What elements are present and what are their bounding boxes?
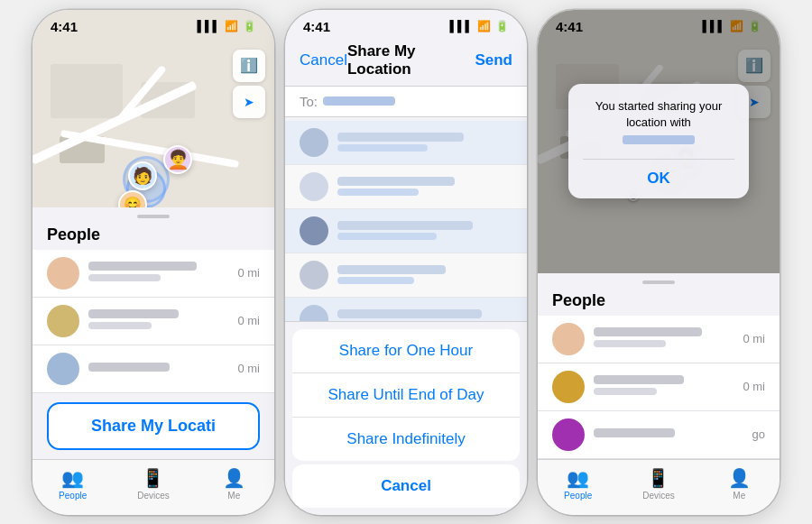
- sheet-title-2: Share My Location: [347, 42, 475, 78]
- tab-label-devices-3: Devices: [642, 491, 675, 501]
- panel-title-1: People: [32, 225, 274, 250]
- tab-devices-3[interactable]: 📱 Devices: [618, 467, 698, 501]
- person-sub-3b: [594, 388, 657, 395]
- location-button-1[interactable]: ➤: [233, 86, 265, 118]
- person-row-3b[interactable]: 0 mi: [538, 363, 780, 411]
- devices-icon-3: 📱: [647, 467, 669, 489]
- person-info-1b: [88, 309, 228, 333]
- signal-icon-1: ▌▌▌: [197, 20, 220, 32]
- share-end-of-day-button[interactable]: Share Until End of Day: [292, 373, 520, 418]
- to-row-2[interactable]: To:: [285, 87, 527, 117]
- people-icon-1: 👥: [61, 467, 84, 489]
- tab-devices-1[interactable]: 📱 Devices: [113, 467, 193, 501]
- person-dist-3b: 0 mi: [743, 380, 765, 393]
- person-info-3c: [594, 428, 743, 441]
- action-group-2: Share for One Hour Share Until End of Da…: [292, 329, 520, 461]
- person-avatar-3b: [552, 371, 585, 403]
- tab-label-devices-1: Devices: [137, 491, 170, 501]
- person-row-3c[interactable]: go: [538, 411, 780, 459]
- to-label-2: To:: [300, 94, 318, 109]
- action-cancel-button[interactable]: Cancel: [292, 464, 520, 508]
- alert-overlay: You started sharing your location with O…: [538, 10, 780, 273]
- contact-name-2e: [337, 309, 482, 318]
- person-info-1a: [88, 262, 228, 285]
- send-button-2[interactable]: Send: [475, 51, 512, 69]
- wifi-icon-1: 📶: [225, 20, 238, 32]
- contact-row-1[interactable]: [285, 121, 527, 165]
- person-row-1[interactable]: 0 mi: [32, 250, 274, 298]
- person-sub-3a: [594, 340, 666, 347]
- alert-text: You started sharing your location with: [583, 98, 734, 159]
- contact-info-2c: [337, 221, 512, 240]
- contact-name-2c: [337, 221, 473, 230]
- contact-name-2a: [337, 133, 464, 142]
- map-buttons-1[interactable]: ℹ️ ➤: [233, 50, 265, 118]
- time-2: 4:41: [303, 19, 330, 34]
- contact-row-3[interactable]: [285, 209, 527, 253]
- person-info-3b: [594, 375, 734, 399]
- tab-label-people-3: People: [564, 491, 592, 501]
- contact-row-5[interactable]: [285, 298, 527, 321]
- contact-avatar-2d: [300, 261, 328, 290]
- tab-me-1[interactable]: 👤 Me: [194, 467, 274, 501]
- avatar-blue-1: 🧑: [128, 161, 157, 190]
- alert-name-blur: [623, 135, 695, 144]
- people-panel-1: People 0 mi 0 mi 0 mi Sha: [32, 207, 274, 459]
- contact-avatar-2c: [300, 216, 328, 245]
- wifi-icon-2: 📶: [477, 20, 491, 32]
- person-row-3a[interactable]: 0 mi: [538, 316, 780, 363]
- person-name-3c: [594, 428, 675, 437]
- tab-people-3[interactable]: 👥 People: [538, 467, 618, 501]
- devices-icon-1: 📱: [142, 467, 164, 489]
- phone3: 4:41 ▌▌▌ 📶 🔋 🧑‍🦱 😊 ℹ️ ➤ You start: [538, 10, 780, 515]
- person-dist-3a: 0 mi: [743, 332, 765, 345]
- drag-handle-3[interactable]: [642, 280, 675, 284]
- status-icons-1: ▌▌▌ 📶 🔋: [197, 20, 256, 32]
- person-row-2[interactable]: 0 mi: [32, 298, 274, 345]
- person-sub-blur-1b: [88, 322, 152, 329]
- person-name-3a: [594, 327, 702, 336]
- contact-info-2d: [337, 265, 512, 284]
- tab-people-1[interactable]: 👥 People: [32, 467, 113, 501]
- to-value-blur-2: [323, 97, 395, 106]
- person-avatar-1b: [47, 305, 79, 337]
- person-dist-1a: 0 mi: [237, 266, 260, 280]
- alert-ok-button[interactable]: OK: [583, 159, 734, 198]
- panel-title-3: People: [538, 291, 780, 316]
- contact-sub-2d: [337, 277, 414, 284]
- person-avatar-1a: [47, 257, 79, 290]
- contact-info-2e: [337, 309, 512, 321]
- tab-label-me-1: Me: [227, 491, 240, 501]
- share-indefinitely-button[interactable]: Share Indefinitely: [292, 418, 520, 461]
- contact-avatar-2b: [300, 172, 328, 201]
- cancel-button-2[interactable]: Cancel: [300, 51, 347, 69]
- contacts-list-2: [285, 117, 527, 321]
- map-area-1: 🧑‍🦱 🧑 😊 ℹ️ ➤: [32, 10, 274, 207]
- contact-row-2[interactable]: [285, 165, 527, 209]
- contact-info-2a: [337, 133, 512, 152]
- person-info-3a: [594, 327, 734, 351]
- phone1: 4:41 ▌▌▌ 📶 🔋 🧑‍🦱 🧑 😊 ℹ️ ➤ Peopl: [32, 10, 274, 515]
- contact-info-2b: [337, 177, 512, 196]
- tab-label-me-3: Me: [733, 491, 745, 501]
- contact-avatar-2a: [300, 128, 328, 157]
- person-name-blur-1b: [88, 309, 179, 318]
- contact-row-4[interactable]: [285, 253, 527, 298]
- person-avatar-1c: [47, 353, 79, 385]
- tab-me-3[interactable]: 👤 Me: [699, 467, 780, 501]
- person-row-3[interactable]: 0 mi: [32, 345, 274, 393]
- person-name-blur-1c: [88, 363, 170, 372]
- contact-sub-2a: [337, 144, 428, 152]
- tab-label-people-1: People: [59, 491, 87, 501]
- alert-box: You started sharing your location with O…: [568, 84, 749, 198]
- people-panel-3: People 0 mi 0 mi go: [538, 273, 780, 459]
- share-one-hour-button[interactable]: Share for One Hour: [292, 329, 520, 373]
- battery-icon-2: 🔋: [495, 20, 509, 32]
- person-info-1c: [88, 363, 228, 375]
- drag-handle-1[interactable]: [137, 215, 170, 218]
- person-avatar-3a: [552, 323, 585, 355]
- time-1: 4:41: [51, 19, 78, 34]
- bottom-tabs-3: 👥 People 📱 Devices 👤 Me: [538, 459, 780, 515]
- share-location-button[interactable]: Share My Locati: [47, 402, 260, 450]
- info-button-1[interactable]: ℹ️: [233, 50, 265, 82]
